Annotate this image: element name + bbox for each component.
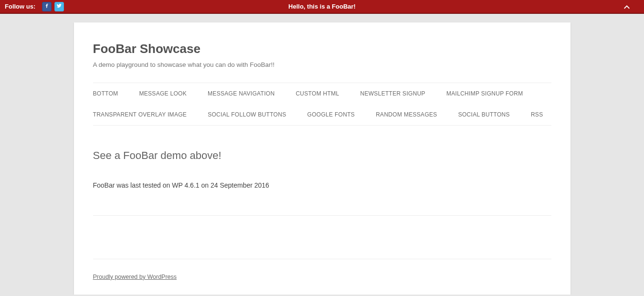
follow-us-label: Follow us: <box>5 3 35 10</box>
facebook-button[interactable] <box>42 2 52 11</box>
nav-item-social-follow[interactable]: SOCIAL FOLLOW BUTTONS <box>208 104 286 125</box>
nav-item-custom-html[interactable]: CUSTOM HTML <box>296 83 339 104</box>
site-title: FooBar Showcase <box>93 42 551 56</box>
wordpress-credit-link[interactable]: Proudly powered by WordPress <box>93 274 177 280</box>
nav-item-message-navigation[interactable]: MESSAGE NAVIGATION <box>208 83 274 104</box>
chevron-up-icon <box>624 2 630 11</box>
nav-item-transparent-overlay[interactable]: TRANSPARENT OVERLAY IMAGE <box>93 104 187 125</box>
nav-item-rss[interactable]: RSS <box>531 104 543 125</box>
content-heading: See a FooBar demo above! <box>93 149 551 162</box>
main-navigation: BOTTOM MESSAGE LOOK MESSAGE NAVIGATION C… <box>93 83 551 126</box>
nav-item-google-fonts[interactable]: GOOGLE FONTS <box>307 104 355 125</box>
facebook-icon <box>44 3 50 10</box>
nav-item-random-messages[interactable]: RANDOM MESSAGES <box>376 104 437 125</box>
nav-list: BOTTOM MESSAGE LOOK MESSAGE NAVIGATION C… <box>93 83 551 125</box>
nav-item-newsletter-signup[interactable]: NEWSLETTER SIGNUP <box>360 83 425 104</box>
page-container: FooBar Showcase A demo playground to sho… <box>74 22 570 295</box>
nav-item-social-buttons[interactable]: SOCIAL BUTTONS <box>458 104 510 125</box>
foobar-collapse-button[interactable] <box>624 2 630 11</box>
site-footer: Proudly powered by WordPress <box>93 259 551 280</box>
main-content: See a FooBar demo above! FooBar was last… <box>93 126 551 259</box>
foobar-notification-bar: Follow us: Hello, this is a FooBar! <box>0 0 644 14</box>
content-text: FooBar was last tested on WP 4.6.1 on 24… <box>93 180 551 191</box>
spacer <box>93 216 551 259</box>
site-header: FooBar Showcase A demo playground to sho… <box>93 22 551 68</box>
site-tagline: A demo playground to showcase what you c… <box>93 61 551 68</box>
social-icons-group <box>42 2 64 11</box>
foobar-message: Hello, this is a FooBar! <box>288 3 356 10</box>
nav-item-mailchimp-signup[interactable]: MAILCHIMP SIGNUP FORM <box>446 83 523 104</box>
nav-item-message-look[interactable]: MESSAGE LOOK <box>139 83 187 104</box>
twitter-button[interactable] <box>54 2 64 11</box>
foobar-follow-section: Follow us: <box>5 2 64 11</box>
nav-item-bottom[interactable]: BOTTOM <box>93 83 118 104</box>
twitter-icon <box>56 3 62 10</box>
